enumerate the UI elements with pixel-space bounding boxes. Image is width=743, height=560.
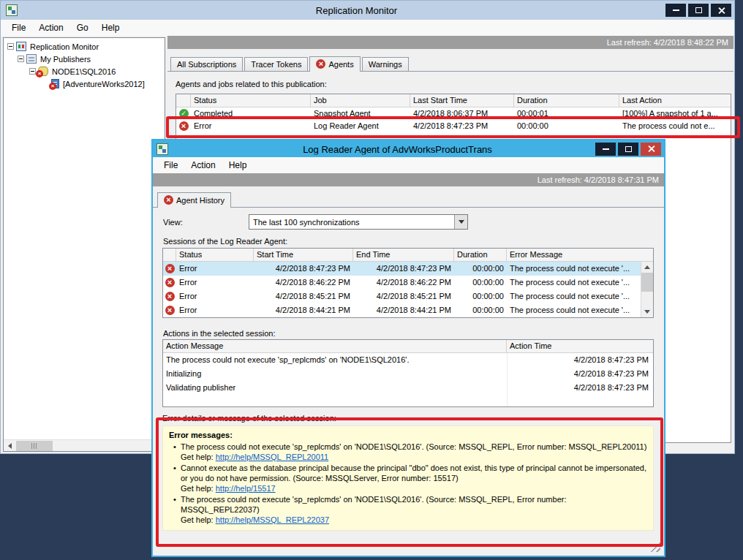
menu-help[interactable]: Help (95, 21, 127, 34)
horizontal-scrollbar-track[interactable] (53, 440, 153, 451)
bullet-icon (169, 494, 181, 504)
tree-item-node1-sql2016[interactable]: NODE1\SQL2016 (4, 65, 165, 77)
column-header-duration[interactable]: Duration (454, 249, 507, 261)
column-header-status-icon[interactable] (163, 249, 176, 261)
scroll-up-button[interactable] (641, 262, 653, 273)
tab-agent-history[interactable]: Agent History (157, 192, 231, 208)
end-time-cell: 4/2/2018 8:44:21 PM (353, 303, 454, 317)
tab-agents[interactable]: Agents (309, 56, 360, 72)
menu-action[interactable]: Action (184, 159, 222, 172)
help-link[interactable]: http://help/MSSQL_REPL22037 (216, 515, 329, 524)
column-header-status[interactable]: Status (176, 249, 254, 261)
tree-item-replication-monitor[interactable]: Replication Monitor (4, 40, 165, 53)
start-time-cell: 4/2/2018 8:45:21 PM (254, 290, 353, 303)
session-row[interactable]: Error 4/2/2018 8:44:21 PM 4/2/2018 8:44:… (163, 303, 641, 317)
column-header-status-icon[interactable] (176, 94, 191, 107)
tab-all-subscriptions[interactable]: All Subscriptions (170, 57, 243, 71)
minimize-button[interactable] (665, 4, 686, 17)
maximize-button[interactable] (688, 4, 709, 17)
error-icon (316, 59, 325, 69)
column-header-status[interactable]: Status (191, 94, 311, 107)
error-details-panel: Error messages: The process could not ex… (162, 425, 654, 531)
chevron-down-icon[interactable] (454, 215, 467, 229)
agents-caption: Agents and jobs related to this publicat… (167, 72, 733, 94)
action-message-cell: Validating publisher (163, 381, 507, 395)
duration-cell: 00:00:00 (514, 120, 619, 132)
collapse-icon[interactable] (7, 43, 14, 50)
log-reader-agent-window: Log Reader Agent of AdvWorksProductTrans… (151, 139, 665, 557)
duration-cell: 00:00:00 (454, 303, 507, 317)
close-icon (647, 145, 655, 153)
menu-file[interactable]: File (157, 159, 184, 172)
scroll-left-button[interactable] (4, 440, 15, 452)
job-cell: Log Reader Agent (311, 120, 410, 132)
maximize-button[interactable] (618, 143, 638, 156)
help-link[interactable]: http://help/MSSQL_REPL20011 (216, 453, 329, 461)
publication-tabs: All Subscriptions Tracer Tokens Agents W… (170, 56, 410, 71)
session-row[interactable]: Error 4/2/2018 8:45:21 PM 4/2/2018 8:45:… (163, 290, 641, 303)
status-icon-cell (163, 290, 176, 303)
publishers-icon (26, 54, 37, 64)
menu-action[interactable]: Action (32, 21, 69, 34)
column-header-action-time[interactable]: Action Time (507, 340, 653, 352)
console-tree-panel: Replication Monitor My Publishers NODE1\… (3, 37, 165, 452)
error-icon (179, 121, 189, 131)
session-row-selected[interactable]: Error 4/2/2018 8:47:23 PM 4/2/2018 8:47:… (163, 262, 641, 276)
sessions-table-header: Status Start Time End Time Duration Erro… (163, 249, 653, 262)
tree-item-adventureworks2012[interactable]: [AdventureWorks2012] (4, 77, 165, 90)
error-message-cell: The process could not execute '... (507, 290, 641, 303)
status-cell: Error (191, 120, 311, 132)
close-button[interactable] (711, 4, 731, 17)
horizontal-scrollbar-thumb[interactable] (16, 441, 53, 451)
tree-horizontal-scrollbar[interactable] (4, 439, 165, 451)
tab-warnings[interactable]: Warnings (362, 57, 409, 71)
main-titlebar[interactable]: Replication Monitor (1, 1, 734, 20)
scroll-down-button[interactable] (641, 306, 653, 317)
status-cell: Error (176, 262, 254, 276)
agent-titlebar[interactable]: Log Reader Agent of AdvWorksProductTrans (153, 140, 664, 157)
last-action-cell: The process could not e... (619, 120, 731, 132)
sessions-vertical-scrollbar[interactable] (641, 262, 653, 317)
column-header-error-message[interactable]: Error Message (507, 249, 653, 261)
error-icon (165, 292, 175, 301)
tab-tracer-tokens[interactable]: Tracer Tokens (244, 57, 308, 71)
action-row[interactable]: Initializing 4/2/2018 8:47:23 PM (163, 367, 653, 381)
collapse-icon[interactable] (29, 68, 36, 75)
column-header-start-time[interactable]: Start Time (254, 249, 353, 261)
collapse-icon[interactable] (18, 56, 24, 62)
menu-file[interactable]: File (5, 21, 32, 34)
view-dropdown[interactable]: The last 100 synchronizations (249, 214, 468, 230)
action-row[interactable]: Validating publisher 4/2/2018 8:47:23 PM (163, 381, 653, 395)
status-icon-cell (176, 120, 191, 132)
error-badge-icon (49, 83, 56, 90)
agent-last-refresh-bar: Last refresh: 4/2/2018 8:47:31 PM (153, 173, 664, 186)
help-link[interactable]: http://help/15517 (216, 484, 276, 493)
minimize-button[interactable] (595, 143, 616, 156)
agent-window-title: Log Reader Agent of AdvWorksProductTrans (211, 143, 584, 154)
agent-row-log-reader-agent[interactable]: Error Log Reader Agent 4/2/2018 8:47:23 … (176, 120, 731, 132)
action-message-cell: The process could not execute 'sp_replcm… (163, 353, 507, 367)
close-button[interactable] (641, 143, 661, 156)
agent-row-snapshot-agent[interactable]: Completed Snapshot Agent 4/2/2018 8:06:3… (176, 107, 731, 120)
actions-table: Action Message Action Time The process c… (162, 339, 654, 407)
vertical-scrollbar-track[interactable] (641, 292, 653, 306)
status-icon-cell (163, 303, 176, 317)
view-dropdown-value: The last 100 synchronizations (249, 218, 454, 227)
column-header-last-start-time[interactable]: Last Start Time (410, 94, 514, 107)
resize-grip[interactable] (650, 542, 660, 552)
column-header-last-action[interactable]: Last Action (619, 94, 731, 107)
action-row[interactable]: The process could not execute 'sp_replcm… (163, 353, 653, 367)
menu-go[interactable]: Go (70, 21, 95, 34)
maximize-icon (695, 7, 702, 13)
column-header-end-time[interactable]: End Time (353, 249, 454, 261)
column-header-job[interactable]: Job (311, 94, 410, 107)
error-message-text: Cannot execute as the database principal… (181, 463, 646, 483)
session-row[interactable]: Error 4/2/2018 8:46:22 PM 4/2/2018 8:46:… (163, 276, 641, 290)
column-header-duration[interactable]: Duration (514, 94, 619, 107)
column-header-action-message[interactable]: Action Message (163, 340, 507, 352)
error-message-item: Cannot execute as the database principal… (169, 463, 647, 493)
menu-help[interactable]: Help (222, 159, 254, 172)
error-message-item: The process could not execute 'sp_replcm… (169, 494, 647, 525)
tree-item-my-publishers[interactable]: My Publishers (4, 53, 165, 65)
vertical-scrollbar-thumb[interactable] (641, 273, 653, 292)
